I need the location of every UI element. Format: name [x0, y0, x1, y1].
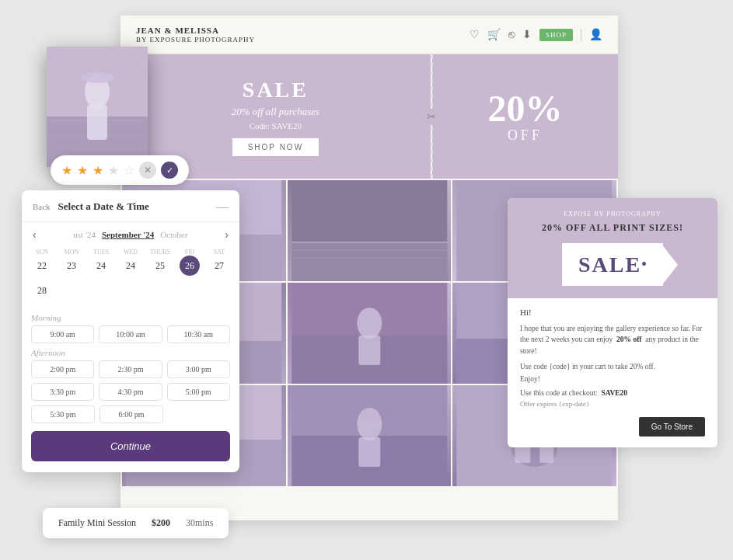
- star-2[interactable]: ★: [77, 163, 88, 178]
- sale-title: SALE: [243, 78, 309, 103]
- rating-confirm-button[interactable]: ✓: [161, 162, 178, 179]
- day-cell-27[interactable]: SAT 27: [205, 247, 233, 277]
- sale-percent: 20%: [487, 90, 562, 127]
- panel-minimize-button[interactable]: —: [216, 200, 229, 214]
- sale-divider: ✂: [431, 54, 432, 179]
- email-header: EXPOSE BY PHOTOGRAPHY 20% OFF ALL PRINT …: [508, 198, 717, 298]
- day-cell-28[interactable]: 28: [28, 279, 56, 302]
- photo-cell-2[interactable]: [288, 180, 452, 281]
- header-icons: ♡ 🛒 ⎋ ⬇ SHOP 👤: [469, 28, 602, 41]
- afternoon-row-1: 2:00 pm 2:30 pm 3:00 pm: [31, 360, 230, 378]
- sale-shop-now-button[interactable]: SHOP NOW: [232, 138, 319, 156]
- go-to-store-button[interactable]: Go To Store: [639, 417, 705, 437]
- time-slot-2pm[interactable]: 2:00 pm: [31, 360, 94, 378]
- next-month-button[interactable]: ›: [222, 228, 232, 241]
- afternoon-label: Afternoon: [31, 348, 230, 357]
- featured-photo: [47, 47, 148, 167]
- time-slot-330pm[interactable]: 3:30 pm: [31, 383, 94, 401]
- current-month-label: September '24: [102, 230, 154, 239]
- day-cell-26[interactable]: FRI 26: [176, 247, 204, 277]
- rating-bar: ★ ★ ★ ★ ☆ ✕ ✓: [51, 155, 189, 185]
- time-slot-3pm[interactable]: 3:00 pm: [167, 360, 230, 378]
- next-month-label: October: [160, 230, 187, 239]
- svg-point-20: [357, 308, 382, 339]
- time-slot-10am[interactable]: 10:00 am: [99, 325, 162, 343]
- shop-button[interactable]: SHOP: [539, 29, 573, 41]
- star-3[interactable]: ★: [92, 163, 103, 178]
- afternoon-row-2: 3:30 pm 4:30 pm 5:00 pm: [31, 383, 230, 401]
- sale-banner: SALE 20% off all purchases Code: SAVE20 …: [120, 54, 618, 179]
- panel-title: Select a Date & Time: [58, 200, 208, 213]
- cart-icon[interactable]: 🛒: [487, 28, 501, 41]
- panel-back-button[interactable]: Back: [33, 202, 51, 211]
- email-panel: EXPOSE BY PHOTOGRAPHY 20% OFF ALL PRINT …: [508, 198, 717, 447]
- day-cell-24a[interactable]: TUES 24: [87, 247, 115, 277]
- email-highlight: 20% off: [616, 336, 641, 343]
- afternoon-section: Afternoon 2:00 pm 2:30 pm 3:00 pm 3:30 p…: [22, 348, 239, 423]
- email-sale-tag: SALE •: [562, 243, 663, 286]
- sale-code: Code: SAVE20: [250, 121, 302, 130]
- time-slot-6pm[interactable]: 6:00 pm: [99, 405, 163, 423]
- email-expires: Offer expires {exp-date}: [520, 400, 705, 408]
- featured-photo-frame: [47, 47, 148, 167]
- brand-name: JEAN & MELISSA: [136, 25, 255, 36]
- time-slot-5pm[interactable]: 5:00 pm: [167, 383, 230, 401]
- session-card: Family Mini Session $200 30mins: [43, 508, 229, 538]
- email-sale-text: SALE: [578, 252, 641, 277]
- email-sale-dot: •: [641, 256, 647, 273]
- star-1[interactable]: ★: [61, 163, 72, 178]
- days-row: SUN 22 MON 23 TUES 24 WED 24 THURS 25 FR…: [22, 247, 239, 308]
- continue-button[interactable]: Continue: [31, 431, 230, 461]
- prev-month-button[interactable]: ‹: [30, 228, 40, 241]
- star-4[interactable]: ★: [108, 163, 119, 178]
- svg-rect-50: [93, 72, 101, 82]
- header-brand: JEAN & MELISSA BY EXPOSURE PHOTOGRAPHY: [136, 25, 255, 45]
- morning-section: Morning 9:00 am 10:00 am 10:30 am: [22, 313, 239, 343]
- email-para-1: I hope that you are enjoying the gallery…: [520, 323, 705, 357]
- prev-month-label: ust '24: [73, 230, 96, 239]
- email-checkout-line: Use this code at checkout: SAVE20: [520, 389, 705, 397]
- photo-cell-8[interactable]: [288, 385, 452, 486]
- day-cell-22[interactable]: SUN 22: [28, 247, 56, 277]
- heart-icon[interactable]: ♡: [469, 28, 480, 41]
- svg-rect-5: [291, 242, 447, 281]
- brand-sub: BY EXPOSURE PHOTOGRAPHY: [136, 36, 255, 45]
- rating-close-button[interactable]: ✕: [139, 162, 156, 179]
- scissors-icon: ✂: [425, 109, 438, 125]
- sale-subtitle: 20% off all purchases: [232, 106, 319, 118]
- session-name: Family Mini Session: [58, 517, 136, 529]
- sale-right: 20% OFF: [432, 54, 618, 179]
- user-icon[interactable]: 👤: [589, 28, 602, 41]
- svg-rect-33: [358, 437, 380, 467]
- star-5[interactable]: ☆: [124, 163, 134, 178]
- email-enjoy: Enjoy!: [520, 375, 705, 383]
- email-hi: Hi!: [520, 308, 705, 317]
- time-slot-empty: [168, 405, 230, 423]
- time-slot-1030am[interactable]: 10:30 am: [167, 325, 230, 343]
- datetime-panel: Back Select a Date & Time — ‹ ust '24 Se…: [22, 190, 239, 472]
- panel-header: Back Select a Date & Time —: [22, 190, 239, 214]
- time-slot-430pm[interactable]: 4:30 pm: [99, 383, 162, 401]
- morning-label: Morning: [31, 313, 230, 322]
- email-code-line: Use code {code} in your cart to take 20%…: [520, 363, 705, 370]
- month-labels: ust '24 September '24 October: [40, 230, 222, 239]
- header-divider: [581, 29, 581, 41]
- download-icon[interactable]: ⬇: [522, 28, 532, 41]
- sale-off: OFF: [508, 127, 543, 144]
- time-slot-9am[interactable]: 9:00 am: [31, 325, 94, 343]
- calendar-nav: ‹ ust '24 September '24 October ›: [22, 222, 239, 247]
- svg-rect-48: [87, 105, 107, 140]
- time-slot-230pm[interactable]: 2:30 pm: [99, 360, 162, 378]
- time-slot-530pm[interactable]: 5:30 pm: [31, 405, 95, 423]
- photo-cell-5[interactable]: [288, 283, 452, 384]
- day-cell-23[interactable]: MON 23: [58, 247, 86, 277]
- session-duration: 30mins: [186, 517, 213, 529]
- day-cell-24b[interactable]: WED 24: [117, 247, 145, 277]
- email-code-value: SAVE20: [601, 389, 627, 397]
- afternoon-row-3: 5:30 pm 6:00 pm: [31, 405, 230, 423]
- email-checkout-label: Use this code at checkout:: [520, 389, 598, 397]
- email-brand: EXPOSE BY PHOTOGRAPHY: [520, 210, 705, 217]
- share-icon[interactable]: ⎋: [508, 29, 515, 41]
- day-cell-25[interactable]: THURS 25: [146, 247, 174, 277]
- svg-point-34: [360, 409, 379, 421]
